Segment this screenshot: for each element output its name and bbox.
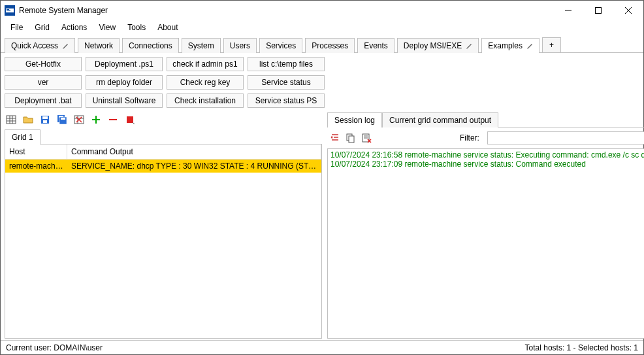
action-button-service-status-ps[interactable]: Service status PS: [248, 93, 325, 108]
main-tab-examples[interactable]: Examples: [481, 38, 539, 53]
tab-current-output[interactable]: Current grid command output: [382, 112, 498, 127]
button-row: Get-HotfixDeployment .ps1check if admin …: [5, 57, 639, 71]
main-tab-connections[interactable]: Connections: [122, 38, 179, 53]
stop-icon[interactable]: [125, 114, 135, 125]
left-pane: Grid 1 Host Command Output remote-machin…: [5, 112, 322, 339]
tab-label: System: [188, 41, 214, 50]
maximize-button[interactable]: [583, 1, 613, 20]
pencil-icon: [526, 42, 533, 49]
minimize-button[interactable]: [553, 1, 583, 20]
grid-body[interactable]: remote-machineSERVICE_NAME: dhcp TYPE : …: [5, 160, 321, 338]
clear-log-icon[interactable]: [361, 133, 372, 143]
tab-label: Deploy MSI/EXE: [404, 41, 462, 50]
action-button-get-hotfix[interactable]: Get-Hotfix: [5, 57, 82, 71]
menubar: File Grid Actions View Tools About: [1, 20, 643, 35]
col-host[interactable]: Host: [5, 144, 67, 159]
tab-label: Users: [230, 41, 250, 50]
app-icon: [5, 5, 15, 16]
remove-icon[interactable]: [108, 114, 118, 125]
svg-rect-29: [127, 116, 133, 123]
menu-view[interactable]: View: [93, 22, 121, 33]
grid-icon[interactable]: [6, 114, 16, 125]
tab-label: Quick Access: [11, 41, 58, 50]
svg-rect-34: [349, 136, 354, 143]
grid-tab-1[interactable]: Grid 1: [5, 129, 40, 144]
tab-label: Processes: [312, 41, 348, 50]
action-button-rm-deploy-folder[interactable]: rm deploy folder: [86, 75, 163, 90]
grid-header: Host Command Output: [5, 144, 321, 160]
open-folder-icon[interactable]: [23, 114, 33, 125]
menu-grid[interactable]: Grid: [29, 22, 56, 33]
log-line: 10/07/2024 23:17:09 remote-machine servi…: [330, 160, 644, 169]
main-tab-network[interactable]: Network: [78, 38, 120, 53]
action-button-check-reg-key[interactable]: Check reg key: [167, 75, 244, 90]
action-button-list-c-temp-files[interactable]: list c:\temp files: [248, 57, 325, 71]
svg-rect-9: [7, 116, 16, 124]
tab-label: Examples: [488, 41, 523, 50]
filter-input[interactable]: [487, 131, 644, 144]
filter-label: Filter:: [460, 133, 479, 143]
svg-rect-16: [43, 120, 47, 123]
save-all-icon[interactable]: [57, 114, 67, 125]
host-grid: Host Command Output remote-machineSERVIC…: [5, 144, 322, 339]
outdent-icon[interactable]: [330, 133, 340, 143]
action-button-service-status[interactable]: Service status: [248, 75, 325, 90]
action-button-ver[interactable]: ver: [5, 75, 82, 90]
status-bar: Current user: DOMAIN\user Total hosts: 1…: [1, 340, 643, 354]
action-button-check-if-admin-ps1[interactable]: check if admin ps1: [167, 57, 244, 71]
svg-rect-2: [6, 7, 14, 8]
action-button-uninstall-software[interactable]: Uninstall Software: [86, 93, 163, 108]
status-current-user: Current user: DOMAIN\user: [6, 343, 103, 352]
col-output[interactable]: Command Output: [67, 144, 321, 159]
action-button-deployment-ps1[interactable]: Deployment .ps1: [86, 57, 163, 71]
tab-label: Events: [364, 41, 388, 50]
grid-tab-strip: Grid 1: [5, 129, 322, 144]
main-tab-deploy-msi-exe[interactable]: Deploy MSI/EXE: [397, 38, 479, 53]
right-pane: Session log Current grid command output …: [327, 112, 644, 339]
pencil-icon: [62, 42, 69, 49]
save-icon[interactable]: [40, 114, 50, 125]
action-button-area: Get-HotfixDeployment .ps1check if admin …: [1, 53, 643, 112]
cell-host: remote-machine: [5, 160, 67, 173]
main-tab-strip: Quick AccessNetworkConnectionsSystemUser…: [1, 35, 643, 53]
menu-about[interactable]: About: [152, 22, 184, 33]
right-tab-strip: Session log Current grid command output: [327, 112, 644, 127]
window-title: Remote System Manager: [19, 6, 553, 15]
main-tab-events[interactable]: Events: [357, 38, 394, 53]
content-split: Grid 1 Host Command Output remote-machin…: [1, 112, 643, 340]
log-toolbar: Filter:: [327, 127, 644, 148]
tab-label: Network: [84, 41, 113, 50]
svg-rect-4: [7, 10, 10, 11]
menu-file[interactable]: File: [5, 22, 29, 33]
log-line: 10/07/2024 23:16:58 remote-machine servi…: [330, 150, 644, 160]
status-host-count: Total hosts: 1 - Selected hosts: 1: [525, 343, 638, 352]
add-icon[interactable]: [91, 114, 101, 125]
main-tab-users[interactable]: Users: [223, 38, 257, 53]
button-row: Deployment .batUninstall SoftwareCheck i…: [5, 93, 639, 108]
menu-actions[interactable]: Actions: [56, 22, 93, 33]
cell-output: SERVICE_NAME: dhcp TYPE : 30 WIN32 STATE…: [67, 160, 321, 173]
button-row: verrm deploy folderCheck reg keyService …: [5, 75, 639, 90]
titlebar: Remote System Manager: [1, 1, 643, 20]
main-tab-system[interactable]: System: [182, 38, 221, 53]
table-row[interactable]: remote-machineSERVICE_NAME: dhcp TYPE : …: [5, 160, 321, 173]
menu-tools[interactable]: Tools: [121, 22, 152, 33]
pencil-icon: [466, 42, 472, 49]
grid-toolbar: [5, 112, 322, 129]
window-controls: [553, 1, 643, 20]
main-tab-quick-access[interactable]: Quick Access: [5, 38, 75, 53]
action-button-check-installation[interactable]: Check installation: [167, 93, 244, 108]
copy-icon[interactable]: [346, 133, 356, 143]
tab-label: Services: [266, 41, 296, 50]
action-button-deployment-bat[interactable]: Deployment .bat: [5, 93, 82, 108]
svg-rect-20: [61, 118, 65, 120]
tab-session-log[interactable]: Session log: [327, 112, 382, 127]
clear-grid-icon[interactable]: [74, 114, 84, 125]
session-log[interactable]: 10/07/2024 23:16:58 remote-machine servi…: [327, 148, 644, 339]
add-tab-button[interactable]: +: [542, 37, 561, 52]
main-tab-services[interactable]: Services: [259, 38, 302, 53]
main-tab-processes[interactable]: Processes: [305, 38, 355, 53]
svg-rect-15: [42, 116, 48, 119]
close-button[interactable]: [613, 1, 643, 20]
svg-rect-6: [596, 8, 602, 14]
